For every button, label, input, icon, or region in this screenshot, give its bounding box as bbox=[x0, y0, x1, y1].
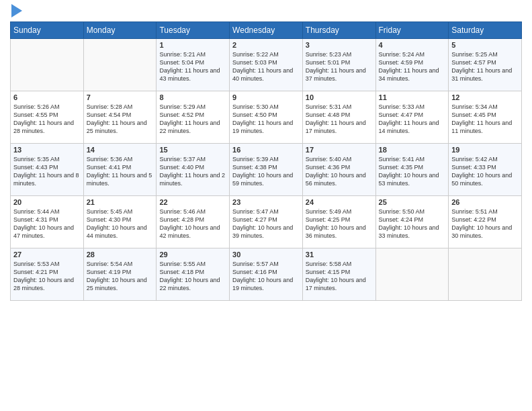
cell-content: Sunrise: 5:24 AM Sunset: 4:59 PM Dayligh… bbox=[379, 50, 446, 83]
cell-content: Sunrise: 5:37 AM Sunset: 4:40 PM Dayligh… bbox=[159, 155, 226, 188]
day-number: 15 bbox=[159, 146, 226, 154]
logo bbox=[10, 7, 22, 16]
cell-content: Sunrise: 5:57 AM Sunset: 4:16 PM Dayligh… bbox=[232, 260, 300, 293]
calendar-cell: 14Sunrise: 5:36 AM Sunset: 4:41 PM Dayli… bbox=[83, 144, 157, 196]
logo-text-block bbox=[10, 7, 22, 16]
day-number: 3 bbox=[306, 41, 373, 49]
day-number: 14 bbox=[87, 146, 154, 154]
calendar-cell bbox=[11, 39, 84, 91]
day-number: 19 bbox=[451, 146, 519, 154]
calendar-cell: 28Sunrise: 5:54 AM Sunset: 4:19 PM Dayli… bbox=[83, 248, 157, 301]
calendar-cell: 29Sunrise: 5:55 AM Sunset: 4:18 PM Dayli… bbox=[157, 248, 230, 301]
cell-content: Sunrise: 5:34 AM Sunset: 4:45 PM Dayligh… bbox=[451, 103, 519, 136]
calendar-cell: 27Sunrise: 5:53 AM Sunset: 4:21 PM Dayli… bbox=[11, 248, 84, 301]
cell-content: Sunrise: 5:58 AM Sunset: 4:15 PM Dayligh… bbox=[306, 260, 373, 293]
calendar-cell bbox=[375, 248, 449, 301]
day-number: 17 bbox=[306, 146, 373, 154]
cell-content: Sunrise: 5:21 AM Sunset: 5:04 PM Dayligh… bbox=[159, 50, 226, 83]
cell-content: Sunrise: 5:54 AM Sunset: 4:19 PM Dayligh… bbox=[87, 260, 154, 293]
day-number: 25 bbox=[379, 198, 446, 206]
calendar-cell: 7Sunrise: 5:28 AM Sunset: 4:54 PM Daylig… bbox=[83, 91, 157, 144]
cell-content: Sunrise: 5:35 AM Sunset: 4:43 PM Dayligh… bbox=[13, 155, 81, 188]
day-number: 29 bbox=[159, 250, 226, 259]
calendar-cell: 1Sunrise: 5:21 AM Sunset: 5:04 PM Daylig… bbox=[157, 39, 230, 91]
cell-content: Sunrise: 5:28 AM Sunset: 4:54 PM Dayligh… bbox=[87, 103, 154, 136]
weekday-header-sunday: Sunday bbox=[11, 22, 84, 39]
cell-content: Sunrise: 5:25 AM Sunset: 4:57 PM Dayligh… bbox=[451, 50, 519, 83]
calendar-cell: 5Sunrise: 5:25 AM Sunset: 4:57 PM Daylig… bbox=[449, 39, 522, 91]
weekday-header-friday: Friday bbox=[375, 22, 449, 39]
calendar-cell: 6Sunrise: 5:26 AM Sunset: 4:55 PM Daylig… bbox=[11, 91, 84, 144]
day-number: 23 bbox=[232, 198, 300, 206]
cell-content: Sunrise: 5:23 AM Sunset: 5:01 PM Dayligh… bbox=[306, 50, 373, 83]
day-number: 13 bbox=[13, 146, 81, 154]
calendar-cell: 22Sunrise: 5:46 AM Sunset: 4:28 PM Dayli… bbox=[157, 196, 230, 248]
calendar-cell: 17Sunrise: 5:40 AM Sunset: 4:36 PM Dayli… bbox=[302, 144, 375, 196]
calendar-cell: 26Sunrise: 5:51 AM Sunset: 4:22 PM Dayli… bbox=[449, 196, 522, 248]
weekday-header-saturday: Saturday bbox=[449, 22, 522, 39]
day-number: 30 bbox=[232, 250, 300, 259]
cell-content: Sunrise: 5:29 AM Sunset: 4:52 PM Dayligh… bbox=[159, 103, 226, 136]
day-number: 8 bbox=[159, 93, 226, 101]
calendar-cell: 20Sunrise: 5:44 AM Sunset: 4:31 PM Dayli… bbox=[11, 196, 84, 248]
calendar-cell: 10Sunrise: 5:31 AM Sunset: 4:48 PM Dayli… bbox=[302, 91, 375, 144]
day-number: 27 bbox=[13, 250, 81, 259]
cell-content: Sunrise: 5:39 AM Sunset: 4:38 PM Dayligh… bbox=[232, 155, 300, 188]
cell-content: Sunrise: 5:30 AM Sunset: 4:50 PM Dayligh… bbox=[232, 103, 300, 136]
cell-content: Sunrise: 5:41 AM Sunset: 4:35 PM Dayligh… bbox=[379, 155, 446, 188]
day-number: 18 bbox=[379, 146, 446, 154]
day-number: 31 bbox=[306, 250, 373, 259]
calendar-cell: 13Sunrise: 5:35 AM Sunset: 4:43 PM Dayli… bbox=[11, 144, 84, 196]
cell-content: Sunrise: 5:31 AM Sunset: 4:48 PM Dayligh… bbox=[306, 103, 373, 136]
calendar-cell: 4Sunrise: 5:24 AM Sunset: 4:59 PM Daylig… bbox=[375, 39, 449, 91]
calendar-week-row: 1Sunrise: 5:21 AM Sunset: 5:04 PM Daylig… bbox=[11, 39, 522, 91]
header bbox=[10, 7, 522, 16]
logo-arrow-icon bbox=[11, 4, 22, 17]
calendar-cell: 2Sunrise: 5:22 AM Sunset: 5:03 PM Daylig… bbox=[230, 39, 303, 91]
day-number: 4 bbox=[379, 41, 446, 49]
cell-content: Sunrise: 5:55 AM Sunset: 4:18 PM Dayligh… bbox=[159, 260, 226, 293]
weekday-header-row: SundayMondayTuesdayWednesdayThursdayFrid… bbox=[11, 22, 522, 39]
cell-content: Sunrise: 5:51 AM Sunset: 4:22 PM Dayligh… bbox=[451, 208, 519, 240]
calendar-cell: 25Sunrise: 5:50 AM Sunset: 4:24 PM Dayli… bbox=[375, 196, 449, 248]
weekday-header-tuesday: Tuesday bbox=[157, 22, 230, 39]
cell-content: Sunrise: 5:36 AM Sunset: 4:41 PM Dayligh… bbox=[87, 155, 154, 188]
cell-content: Sunrise: 5:42 AM Sunset: 4:33 PM Dayligh… bbox=[451, 155, 519, 188]
calendar-week-row: 6Sunrise: 5:26 AM Sunset: 4:55 PM Daylig… bbox=[11, 91, 522, 144]
calendar-cell: 24Sunrise: 5:49 AM Sunset: 4:25 PM Dayli… bbox=[302, 196, 375, 248]
calendar-container: SundayMondayTuesdayWednesdayThursdayFrid… bbox=[0, 0, 532, 308]
day-number: 24 bbox=[306, 198, 373, 206]
cell-content: Sunrise: 5:26 AM Sunset: 4:55 PM Dayligh… bbox=[13, 103, 81, 136]
calendar-cell: 19Sunrise: 5:42 AM Sunset: 4:33 PM Dayli… bbox=[449, 144, 522, 196]
calendar-table: SundayMondayTuesdayWednesdayThursdayFrid… bbox=[10, 21, 522, 301]
calendar-cell: 15Sunrise: 5:37 AM Sunset: 4:40 PM Dayli… bbox=[157, 144, 230, 196]
calendar-cell: 23Sunrise: 5:47 AM Sunset: 4:27 PM Dayli… bbox=[230, 196, 303, 248]
day-number: 16 bbox=[232, 146, 300, 154]
day-number: 28 bbox=[87, 250, 154, 259]
day-number: 5 bbox=[451, 41, 519, 49]
cell-content: Sunrise: 5:33 AM Sunset: 4:47 PM Dayligh… bbox=[379, 103, 446, 136]
day-number: 6 bbox=[13, 93, 81, 101]
day-number: 26 bbox=[451, 198, 519, 206]
calendar-cell bbox=[449, 248, 522, 301]
cell-content: Sunrise: 5:22 AM Sunset: 5:03 PM Dayligh… bbox=[232, 50, 300, 83]
weekday-header-wednesday: Wednesday bbox=[230, 22, 303, 39]
calendar-cell: 3Sunrise: 5:23 AM Sunset: 5:01 PM Daylig… bbox=[302, 39, 375, 91]
day-number: 2 bbox=[232, 41, 300, 49]
cell-content: Sunrise: 5:50 AM Sunset: 4:24 PM Dayligh… bbox=[379, 208, 446, 240]
calendar-cell: 30Sunrise: 5:57 AM Sunset: 4:16 PM Dayli… bbox=[230, 248, 303, 301]
day-number: 11 bbox=[379, 93, 446, 101]
calendar-cell: 31Sunrise: 5:58 AM Sunset: 4:15 PM Dayli… bbox=[302, 248, 375, 301]
cell-content: Sunrise: 5:44 AM Sunset: 4:31 PM Dayligh… bbox=[13, 208, 81, 240]
calendar-cell bbox=[83, 39, 157, 91]
day-number: 10 bbox=[306, 93, 373, 101]
day-number: 22 bbox=[159, 198, 226, 206]
day-number: 7 bbox=[87, 93, 154, 101]
day-number: 20 bbox=[13, 198, 81, 206]
weekday-header-monday: Monday bbox=[83, 22, 157, 39]
cell-content: Sunrise: 5:47 AM Sunset: 4:27 PM Dayligh… bbox=[232, 208, 300, 240]
calendar-week-row: 27Sunrise: 5:53 AM Sunset: 4:21 PM Dayli… bbox=[11, 248, 522, 301]
cell-content: Sunrise: 5:46 AM Sunset: 4:28 PM Dayligh… bbox=[159, 208, 226, 240]
calendar-week-row: 20Sunrise: 5:44 AM Sunset: 4:31 PM Dayli… bbox=[11, 196, 522, 248]
calendar-week-row: 13Sunrise: 5:35 AM Sunset: 4:43 PM Dayli… bbox=[11, 144, 522, 196]
